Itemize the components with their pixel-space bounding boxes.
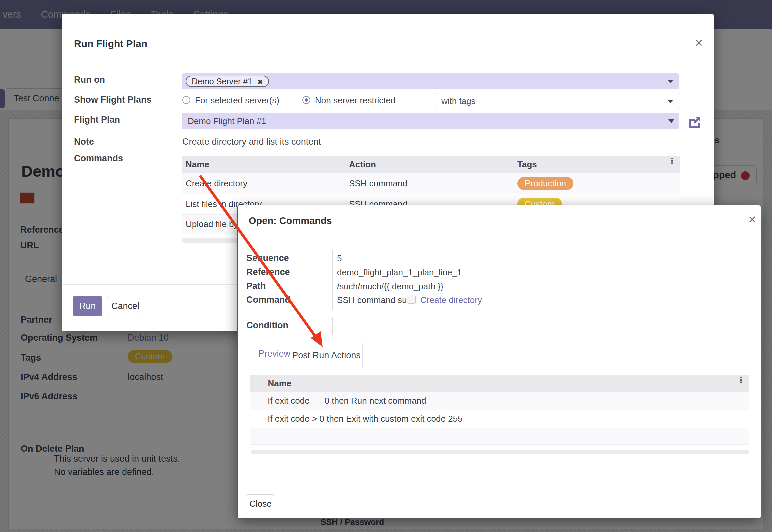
tag-badge-production: Production — [517, 177, 573, 190]
col-action[interactable]: Action — [345, 156, 513, 173]
server-tag-label: Demo Server #1 — [192, 77, 252, 86]
commands-label: Commands — [74, 153, 123, 164]
cancel-button[interactable]: Cancel — [107, 296, 144, 316]
radio-selected-servers-label[interactable]: For selected server(s) — [195, 95, 279, 106]
run-on-select[interactable]: Demo Server #1 ✖ — [182, 73, 679, 89]
horizontal-scrollbar[interactable] — [251, 450, 749, 454]
chevron-down-icon — [668, 80, 674, 83]
radio-selected-servers[interactable] — [182, 96, 190, 104]
table-row[interactable] — [250, 428, 749, 445]
table-row[interactable]: If exit code == 0 then Run next command — [250, 392, 749, 410]
run-modal-header-divider — [62, 46, 714, 46]
open-commands-modal: Open: Commands × Sequence 5 Reference de… — [237, 205, 761, 519]
tab-post-run-actions[interactable]: Post Run Actions — [290, 343, 363, 368]
external-link-icon[interactable] — [688, 116, 701, 128]
flight-plan-select[interactable]: Demo Flight Plan #1 — [182, 113, 679, 129]
sequence-label: Sequence — [246, 253, 289, 263]
radio-non-server-restricted-label[interactable]: Non server restricted — [315, 95, 395, 106]
command-label: Command — [246, 295, 290, 305]
flight-plan-value: Demo Flight Plan #1 — [188, 116, 266, 126]
run-modal-close-icon[interactable]: × — [695, 36, 703, 49]
column-options-icon[interactable]: ⋮ — [737, 378, 745, 382]
table-header-row: Name ⋮ — [250, 375, 749, 392]
run-on-label: Run on — [74, 75, 105, 85]
reference-field-label: Reference — [246, 267, 290, 277]
col-name[interactable]: Name — [182, 156, 345, 173]
with-tags-select[interactable]: with tags — [435, 93, 679, 109]
condition-divider — [332, 317, 333, 335]
tab-preview[interactable]: Preview — [258, 349, 290, 359]
post-run-actions-table: Name ⋮ If exit code == 0 then Run next c… — [250, 375, 749, 445]
create-directory-checkbox[interactable] — [407, 295, 416, 304]
close-button[interactable]: Close — [246, 494, 275, 513]
radio-non-server-restricted[interactable] — [302, 96, 310, 104]
show-flight-plans-label: Show Flight Plans — [74, 95, 152, 105]
server-tag-pill[interactable]: Demo Server #1 ✖ — [186, 76, 269, 87]
note-label: Note — [74, 137, 94, 147]
column-options-icon[interactable]: ⋮ — [668, 159, 676, 163]
note-field-divider — [174, 133, 174, 275]
commands-modal-footer-divider — [238, 483, 761, 483]
table-row[interactable]: Create directory SSH command Production — [182, 173, 680, 194]
col-tags[interactable]: Tags ⋮ — [513, 156, 680, 173]
run-button[interactable]: Run — [73, 296, 102, 316]
path-value: /such/much/{{ demo_path }} — [337, 281, 443, 292]
server-tag-remove-icon[interactable]: ✖ — [257, 78, 263, 86]
commands-modal-header-divider — [238, 234, 761, 234]
tab-underline — [246, 368, 753, 368]
plan-note-text: Create directory and list its content — [182, 137, 321, 147]
commands-modal-title: Open: Commands — [249, 215, 332, 226]
with-tags-value: with tags — [441, 96, 476, 106]
col-name[interactable]: Name ⋮ — [264, 375, 749, 392]
fields-divider — [332, 250, 333, 310]
path-label: Path — [246, 281, 266, 291]
create-directory-link[interactable]: Create directory — [420, 295, 482, 305]
table-header-row: Name Action Tags ⋮ — [182, 156, 680, 173]
condition-label: Condition — [246, 320, 288, 331]
run-modal-title: Run Flight Plan — [74, 38, 147, 49]
flight-plan-label: Flight Plan — [74, 115, 120, 125]
command-value: SSH command sudo — [337, 295, 416, 305]
chevron-down-icon — [667, 100, 673, 103]
reference-field-value: demo_flight_plan_1_plan_line_1 — [337, 267, 462, 278]
sequence-value: 5 — [337, 253, 342, 264]
commands-modal-close-icon[interactable]: × — [748, 213, 756, 226]
table-row[interactable]: If exit code > 0 then Exit with custom e… — [250, 410, 749, 428]
chevron-down-icon — [668, 119, 674, 123]
row-gutter — [250, 375, 264, 392]
